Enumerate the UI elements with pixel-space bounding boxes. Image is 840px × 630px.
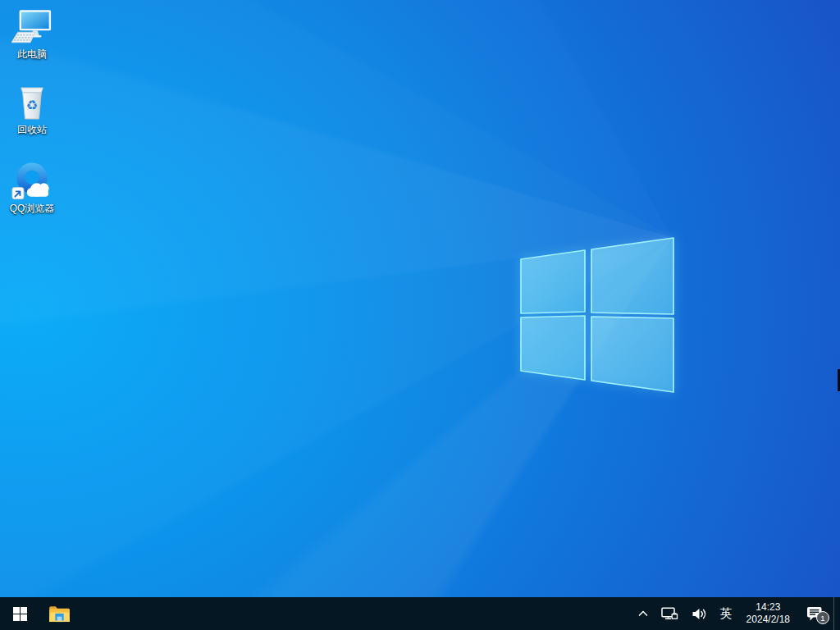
recycle-bin-icon: ♻ <box>16 85 48 121</box>
shortcut-arrow-overlay <box>12 188 24 199</box>
chevron-up-icon <box>638 610 648 617</box>
desktop-icon-qq-browser[interactable]: QQ浏览器 <box>2 161 62 214</box>
clock-date: 2024/2/18 <box>746 614 790 626</box>
speaker-volume-icon <box>692 608 707 620</box>
show-desktop-button[interactable] <box>833 597 838 630</box>
desktop-icon-label: 回收站 <box>17 124 47 135</box>
desktop-icon-label: 此电脑 <box>17 48 47 60</box>
file-explorer-icon <box>48 605 71 623</box>
ime-language-indicator[interactable]: 英 <box>714 597 738 630</box>
notification-count-badge: 1 <box>816 611 829 624</box>
system-tray: 英 14:23 2024/2/18 1 <box>632 597 840 630</box>
ethernet-network-icon <box>661 607 678 620</box>
show-hidden-icons-button[interactable] <box>632 597 654 630</box>
windows-wallpaper-logo <box>520 237 674 394</box>
file-explorer-button[interactable] <box>39 597 79 630</box>
svg-text:♻: ♻ <box>26 98 38 113</box>
start-button[interactable] <box>0 597 39 630</box>
clock-time: 14:23 <box>756 601 780 614</box>
clock[interactable]: 14:23 2024/2/18 <box>740 597 797 630</box>
desktop-icon-label: QQ浏览器 <box>10 203 55 214</box>
network-tray-button[interactable] <box>655 597 684 630</box>
desktop-icon-recycle-bin[interactable]: ♻ 回收站 <box>2 85 62 135</box>
action-center-button[interactable]: 1 <box>798 597 832 630</box>
volume-tray-button[interactable] <box>686 597 713 630</box>
windows-desktop-screen: 此电脑 ♻ 回收站 <box>0 0 840 630</box>
desktop-icon-this-pc[interactable]: 此电脑 <box>2 9 62 60</box>
desktop-background[interactable]: 此电脑 ♻ 回收站 <box>0 0 840 597</box>
qq-browser-icon <box>11 161 52 200</box>
taskbar: 英 14:23 2024/2/18 1 <box>0 597 840 630</box>
this-pc-icon <box>11 9 52 46</box>
windows-start-icon <box>13 607 27 621</box>
